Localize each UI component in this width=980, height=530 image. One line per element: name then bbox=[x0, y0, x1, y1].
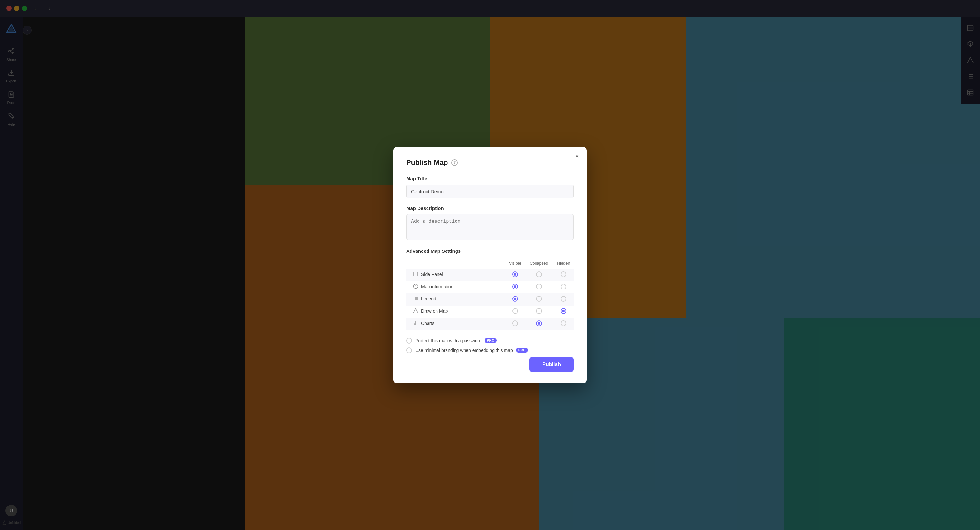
settings-row-draw-on-map: Draw on Map bbox=[406, 306, 574, 318]
settings-row-map-information: Map information bbox=[406, 281, 574, 294]
map-title-input[interactable] bbox=[406, 184, 574, 198]
row-label-charts: Charts bbox=[421, 321, 434, 326]
branding-checkbox[interactable] bbox=[406, 348, 412, 353]
svg-rect-29 bbox=[414, 272, 417, 276]
branding-option: Use minimal branding when embedding this… bbox=[406, 348, 574, 353]
modal-title: Publish Map ? bbox=[406, 159, 574, 167]
radio-collapsed-side-panel[interactable] bbox=[536, 271, 542, 277]
row-label-draw-on-map: Draw on Map bbox=[421, 308, 448, 314]
publish-button[interactable]: Publish bbox=[529, 357, 574, 372]
password-checkbox[interactable] bbox=[406, 338, 412, 344]
radio-visible-legend[interactable] bbox=[512, 296, 518, 302]
map-description-label: Map Description bbox=[406, 205, 574, 211]
row-label-map-information: Map information bbox=[421, 284, 453, 289]
advanced-settings-label: Advanced Map Settings bbox=[406, 248, 574, 254]
radio-visible-side-panel[interactable] bbox=[512, 271, 518, 277]
settings-row-legend: Legend bbox=[406, 294, 574, 306]
map-title-label: Map Title bbox=[406, 176, 574, 181]
settings-row-charts: Charts bbox=[406, 318, 574, 330]
radio-collapsed-legend[interactable] bbox=[536, 296, 542, 302]
modal-overlay: × Publish Map ? Map Title Map Descriptio… bbox=[0, 0, 980, 530]
settings-table: Visible Collapsed Hidden Side Panel bbox=[406, 259, 574, 330]
radio-hidden-map-information[interactable] bbox=[560, 284, 566, 289]
password-option: Protect this map with a password PRO bbox=[406, 338, 574, 344]
radio-visible-charts[interactable] bbox=[512, 321, 518, 326]
radio-hidden-charts[interactable] bbox=[560, 321, 566, 326]
branding-pro-badge: PRO bbox=[516, 348, 528, 352]
map-description-textarea[interactable] bbox=[406, 214, 574, 240]
radio-collapsed-charts[interactable] bbox=[536, 321, 542, 326]
modal-close-button[interactable]: × bbox=[573, 152, 581, 161]
password-label: Protect this map with a password bbox=[415, 338, 481, 343]
publish-map-modal: × Publish Map ? Map Title Map Descriptio… bbox=[393, 147, 587, 384]
col-header-name bbox=[406, 259, 506, 269]
col-header-hidden: Hidden bbox=[553, 259, 574, 269]
radio-visible-map-information[interactable] bbox=[512, 284, 518, 289]
modal-footer: Publish bbox=[406, 357, 574, 372]
radio-hidden-side-panel[interactable] bbox=[560, 271, 566, 277]
charts-icon bbox=[413, 321, 418, 327]
col-header-collapsed: Collapsed bbox=[525, 259, 553, 269]
info-icon bbox=[413, 284, 418, 290]
modal-help-icon[interactable]: ? bbox=[451, 159, 458, 166]
branding-label: Use minimal branding when embedding this… bbox=[415, 348, 513, 353]
radio-visible-draw-on-map[interactable] bbox=[512, 308, 518, 314]
row-label-side-panel: Side Panel bbox=[421, 272, 443, 277]
radio-collapsed-map-information[interactable] bbox=[536, 284, 542, 289]
row-label-legend: Legend bbox=[421, 296, 436, 301]
radio-hidden-legend[interactable] bbox=[560, 296, 566, 302]
radio-hidden-draw-on-map[interactable] bbox=[560, 308, 566, 314]
svg-marker-40 bbox=[413, 308, 417, 313]
settings-row-side-panel: Side Panel bbox=[406, 269, 574, 281]
password-pro-badge: PRO bbox=[485, 338, 496, 343]
radio-collapsed-draw-on-map[interactable] bbox=[536, 308, 542, 314]
col-header-visible: Visible bbox=[506, 259, 525, 269]
side-panel-icon bbox=[413, 271, 418, 278]
legend-icon bbox=[413, 296, 418, 302]
draw-icon bbox=[413, 308, 418, 314]
